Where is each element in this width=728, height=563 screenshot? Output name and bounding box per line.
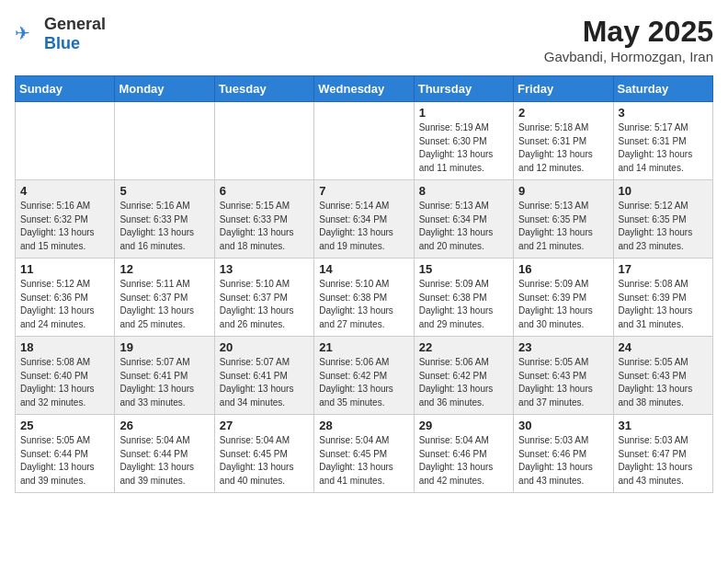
day-info: Sunrise: 5:12 AM Sunset: 6:35 PM Dayligh… — [619, 200, 708, 253]
calendar-cell: 2Sunrise: 5:18 AM Sunset: 6:31 PM Daylig… — [514, 102, 613, 180]
calendar-cell: 15Sunrise: 5:09 AM Sunset: 6:38 PM Dayli… — [414, 259, 513, 337]
calendar-cell: 29Sunrise: 5:04 AM Sunset: 6:46 PM Dayli… — [414, 415, 513, 493]
logo: ✈ General Blue — [15, 15, 106, 53]
calendar-row-1: 1Sunrise: 5:19 AM Sunset: 6:30 PM Daylig… — [16, 102, 713, 180]
calendar-table: SundayMondayTuesdayWednesdayThursdayFrid… — [15, 75, 713, 493]
location-subtitle: Gavbandi, Hormozgan, Iran — [544, 49, 713, 64]
calendar-cell: 16Sunrise: 5:09 AM Sunset: 6:39 PM Dayli… — [514, 259, 613, 337]
day-number: 18 — [20, 340, 109, 354]
day-info: Sunrise: 5:04 AM Sunset: 6:45 PM Dayligh… — [220, 434, 309, 488]
day-info: Sunrise: 5:19 AM Sunset: 6:30 PM Dayligh… — [419, 121, 508, 175]
calendar-cell: 11Sunrise: 5:12 AM Sunset: 6:36 PM Dayli… — [16, 259, 115, 337]
day-number: 4 — [20, 184, 109, 198]
day-info: Sunrise: 5:04 AM Sunset: 6:44 PM Dayligh… — [119, 434, 209, 488]
day-number: 29 — [419, 419, 508, 432]
title-block: May 2025 Gavbandi, Hormozgan, Iran — [544, 15, 713, 64]
day-info: Sunrise: 5:03 AM Sunset: 6:46 PM Dayligh… — [518, 434, 608, 488]
weekday-header-row: SundayMondayTuesdayWednesdayThursdayFrid… — [16, 76, 713, 102]
weekday-header-sunday: Sunday — [16, 76, 115, 102]
day-info: Sunrise: 5:04 AM Sunset: 6:45 PM Dayligh… — [319, 434, 408, 488]
calendar-cell — [115, 102, 214, 180]
calendar-row-5: 25Sunrise: 5:05 AM Sunset: 6:44 PM Dayli… — [16, 415, 713, 493]
day-info: Sunrise: 5:09 AM Sunset: 6:39 PM Dayligh… — [518, 278, 608, 331]
day-number: 27 — [220, 419, 309, 432]
calendar-cell: 24Sunrise: 5:05 AM Sunset: 6:43 PM Dayli… — [613, 337, 712, 415]
day-info: Sunrise: 5:05 AM Sunset: 6:43 PM Dayligh… — [518, 356, 608, 409]
calendar-cell: 8Sunrise: 5:13 AM Sunset: 6:34 PM Daylig… — [414, 180, 513, 259]
weekday-header-thursday: Thursday — [414, 76, 513, 102]
calendar-cell: 20Sunrise: 5:07 AM Sunset: 6:41 PM Dayli… — [214, 337, 313, 415]
day-number: 25 — [20, 419, 109, 432]
day-info: Sunrise: 5:06 AM Sunset: 6:42 PM Dayligh… — [319, 356, 408, 409]
day-info: Sunrise: 5:06 AM Sunset: 6:42 PM Dayligh… — [419, 356, 508, 409]
calendar-cell: 9Sunrise: 5:13 AM Sunset: 6:35 PM Daylig… — [514, 180, 613, 259]
day-number: 13 — [220, 262, 309, 276]
calendar-cell: 25Sunrise: 5:05 AM Sunset: 6:44 PM Dayli… — [16, 415, 115, 493]
day-number: 16 — [518, 262, 608, 276]
day-info: Sunrise: 5:03 AM Sunset: 6:47 PM Dayligh… — [619, 434, 708, 488]
day-info: Sunrise: 5:08 AM Sunset: 6:40 PM Dayligh… — [20, 356, 109, 409]
day-number: 3 — [619, 106, 708, 120]
calendar-cell: 30Sunrise: 5:03 AM Sunset: 6:46 PM Dayli… — [514, 415, 613, 493]
day-number: 10 — [619, 184, 708, 198]
calendar-cell — [314, 102, 414, 180]
day-info: Sunrise: 5:09 AM Sunset: 6:38 PM Dayligh… — [419, 278, 508, 331]
logo-text-blue: Blue — [44, 34, 80, 52]
calendar-row-4: 18Sunrise: 5:08 AM Sunset: 6:40 PM Dayli… — [16, 337, 713, 415]
month-year-title: May 2025 — [544, 15, 713, 49]
day-number: 21 — [319, 340, 408, 354]
calendar-cell: 27Sunrise: 5:04 AM Sunset: 6:45 PM Dayli… — [214, 415, 313, 493]
calendar-cell: 21Sunrise: 5:06 AM Sunset: 6:42 PM Dayli… — [314, 337, 414, 415]
calendar-cell: 26Sunrise: 5:04 AM Sunset: 6:44 PM Dayli… — [115, 415, 214, 493]
day-info: Sunrise: 5:05 AM Sunset: 6:43 PM Dayligh… — [619, 356, 708, 409]
calendar-cell: 14Sunrise: 5:10 AM Sunset: 6:38 PM Dayli… — [314, 259, 414, 337]
weekday-header-tuesday: Tuesday — [214, 76, 313, 102]
page-header: ✈ General Blue May 2025 Gavbandi, Hormoz… — [15, 15, 713, 64]
logo-text-general: General — [44, 15, 106, 33]
calendar-cell: 1Sunrise: 5:19 AM Sunset: 6:30 PM Daylig… — [414, 102, 513, 180]
calendar-cell: 4Sunrise: 5:16 AM Sunset: 6:32 PM Daylig… — [16, 180, 115, 259]
calendar-cell: 6Sunrise: 5:15 AM Sunset: 6:33 PM Daylig… — [214, 180, 313, 259]
calendar-cell: 7Sunrise: 5:14 AM Sunset: 6:34 PM Daylig… — [314, 180, 414, 259]
generalblue-logo-icon: ✈ — [15, 21, 40, 47]
day-info: Sunrise: 5:11 AM Sunset: 6:37 PM Dayligh… — [119, 278, 209, 331]
calendar-cell: 5Sunrise: 5:16 AM Sunset: 6:33 PM Daylig… — [115, 180, 214, 259]
calendar-row-3: 11Sunrise: 5:12 AM Sunset: 6:36 PM Dayli… — [16, 259, 713, 337]
day-number: 24 — [619, 340, 708, 354]
day-info: Sunrise: 5:05 AM Sunset: 6:44 PM Dayligh… — [20, 434, 109, 488]
weekday-header-saturday: Saturday — [613, 76, 712, 102]
day-info: Sunrise: 5:08 AM Sunset: 6:39 PM Dayligh… — [619, 278, 708, 331]
day-number: 6 — [220, 184, 309, 198]
calendar-cell: 23Sunrise: 5:05 AM Sunset: 6:43 PM Dayli… — [514, 337, 613, 415]
day-info: Sunrise: 5:10 AM Sunset: 6:38 PM Dayligh… — [319, 278, 408, 331]
calendar-cell: 28Sunrise: 5:04 AM Sunset: 6:45 PM Dayli… — [314, 415, 414, 493]
day-info: Sunrise: 5:13 AM Sunset: 6:35 PM Dayligh… — [518, 200, 608, 253]
calendar-cell — [16, 102, 115, 180]
weekday-header-friday: Friday — [514, 76, 613, 102]
day-info: Sunrise: 5:07 AM Sunset: 6:41 PM Dayligh… — [220, 356, 309, 409]
day-number: 22 — [419, 340, 508, 354]
calendar-cell: 10Sunrise: 5:12 AM Sunset: 6:35 PM Dayli… — [613, 180, 712, 259]
calendar-cell: 18Sunrise: 5:08 AM Sunset: 6:40 PM Dayli… — [16, 337, 115, 415]
day-info: Sunrise: 5:17 AM Sunset: 6:31 PM Dayligh… — [619, 121, 708, 175]
day-info: Sunrise: 5:18 AM Sunset: 6:31 PM Dayligh… — [518, 121, 608, 175]
day-number: 2 — [518, 106, 608, 120]
calendar-cell: 22Sunrise: 5:06 AM Sunset: 6:42 PM Dayli… — [414, 337, 513, 415]
day-number: 20 — [220, 340, 309, 354]
day-number: 15 — [419, 262, 508, 276]
day-info: Sunrise: 5:04 AM Sunset: 6:46 PM Dayligh… — [419, 434, 508, 488]
day-info: Sunrise: 5:12 AM Sunset: 6:36 PM Dayligh… — [20, 278, 109, 331]
svg-text:✈: ✈ — [15, 23, 30, 43]
day-number: 30 — [518, 419, 608, 432]
day-number: 1 — [419, 106, 508, 120]
day-info: Sunrise: 5:16 AM Sunset: 6:33 PM Dayligh… — [119, 200, 209, 253]
calendar-cell: 13Sunrise: 5:10 AM Sunset: 6:37 PM Dayli… — [214, 259, 313, 337]
day-info: Sunrise: 5:13 AM Sunset: 6:34 PM Dayligh… — [419, 200, 508, 253]
weekday-header-monday: Monday — [115, 76, 214, 102]
day-info: Sunrise: 5:16 AM Sunset: 6:32 PM Dayligh… — [20, 200, 109, 253]
weekday-header-wednesday: Wednesday — [314, 76, 414, 102]
day-number: 8 — [419, 184, 508, 198]
day-number: 5 — [119, 184, 209, 198]
day-number: 26 — [119, 419, 209, 432]
day-number: 11 — [20, 262, 109, 276]
